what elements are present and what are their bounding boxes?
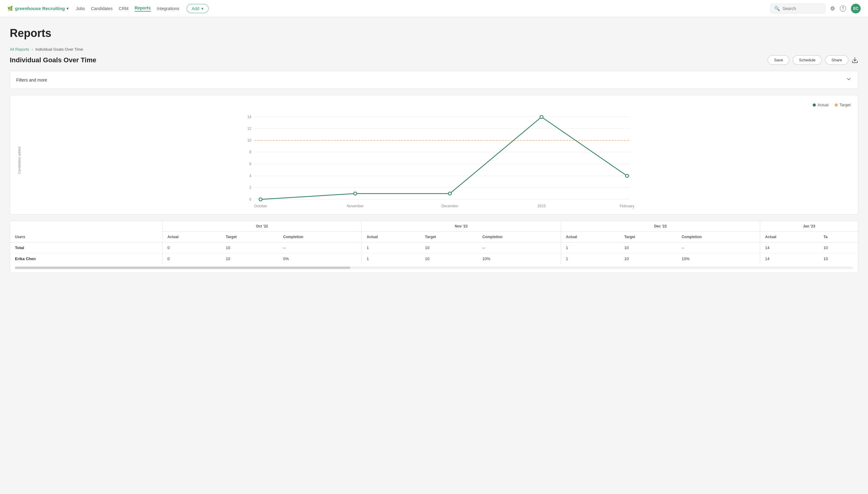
svg-text:2023: 2023 xyxy=(537,204,546,208)
breadcrumb-current: Individual Goals Over Time xyxy=(35,47,83,52)
svg-text:December: December xyxy=(441,204,458,208)
svg-point-18 xyxy=(259,198,262,201)
schedule-button[interactable]: Schedule xyxy=(793,55,822,65)
total-nov-actual: 1 xyxy=(362,243,420,253)
logo-text: greenhouse Recruiting xyxy=(15,6,65,11)
logo-leaf-icon: 🌿 xyxy=(7,6,13,11)
svg-point-19 xyxy=(354,192,357,195)
nov-target-header: Target xyxy=(420,232,478,243)
add-button[interactable]: Add ▾ xyxy=(187,4,209,13)
jan-header: Jan '23 xyxy=(760,221,858,232)
filters-bar[interactable]: Filters and more xyxy=(10,71,858,89)
erika-label: Erika Chen xyxy=(10,253,163,264)
data-table-container: Users Oct '22 Nov '22 Dec '22 Jan '23 Ac… xyxy=(10,221,858,273)
nav-right: 🔍 ⚙ ? EC xyxy=(770,4,861,14)
help-icon: ? xyxy=(840,5,846,12)
chart-area: Candidates added xyxy=(15,111,851,209)
page-title: Reports xyxy=(10,27,858,40)
scrollbar-track xyxy=(15,267,853,269)
legend-actual-label: Actual xyxy=(817,102,829,107)
table-scrollbar[interactable] xyxy=(10,264,858,273)
svg-text:February: February xyxy=(620,204,634,208)
nav-link-reports[interactable]: Reports xyxy=(135,5,151,12)
svg-text:14: 14 xyxy=(247,115,252,119)
filters-label: Filters and more xyxy=(16,78,47,82)
svg-text:2: 2 xyxy=(249,185,251,190)
scrollbar-thumb xyxy=(15,267,350,269)
logo: 🌿 greenhouse Recruiting ▾ xyxy=(7,6,69,11)
svg-text:6: 6 xyxy=(249,162,251,166)
legend-target: Target xyxy=(835,102,851,107)
oct-header: Oct '22 xyxy=(163,221,362,232)
add-button-label: Add xyxy=(192,6,200,11)
svg-point-21 xyxy=(540,115,543,118)
svg-text:8: 8 xyxy=(249,150,251,154)
table-row-erika: Erika Chen 0 10 0% 1 10 10% 1 10 10% 14 … xyxy=(10,253,858,264)
svg-text:10: 10 xyxy=(247,138,252,142)
search-input[interactable] xyxy=(782,6,819,11)
svg-text:12: 12 xyxy=(247,127,252,131)
svg-point-20 xyxy=(448,192,451,195)
dec-completion-header: Completion xyxy=(677,232,760,243)
total-oct-actual: 0 xyxy=(163,243,221,253)
report-title: Individual Goals Over Time xyxy=(10,56,96,64)
total-dec-actual: 1 xyxy=(561,243,619,253)
nav-link-candidates[interactable]: Candidates xyxy=(91,6,113,11)
y-axis-label: Candidates added xyxy=(17,147,21,174)
settings-button[interactable]: ⚙ xyxy=(830,5,835,12)
search-icon: 🔍 xyxy=(774,6,780,11)
main-nav: 🌿 greenhouse Recruiting ▾ Jobs Candidate… xyxy=(0,0,868,17)
table-row-total: Total 0 10 -- 1 10 -- 1 10 -- 14 10 xyxy=(10,243,858,253)
erika-nov-target: 10 xyxy=(420,253,478,264)
report-header: Individual Goals Over Time Save Schedule… xyxy=(10,55,858,65)
share-button[interactable]: Share xyxy=(825,55,848,65)
nav-dropdown-icon[interactable]: ▾ xyxy=(67,6,69,11)
search-bar[interactable]: 🔍 xyxy=(770,4,825,14)
data-table: Users Oct '22 Nov '22 Dec '22 Jan '23 Ac… xyxy=(10,221,858,264)
erika-jan-target: 10 xyxy=(818,253,858,264)
save-button[interactable]: Save xyxy=(768,55,790,65)
svg-text:4: 4 xyxy=(249,174,251,178)
legend-target-label: Target xyxy=(839,102,851,107)
erika-nov-completion: 10% xyxy=(477,253,561,264)
nov-actual-header: Actual xyxy=(362,232,420,243)
chart-container: Actual Target Candidates added xyxy=(10,95,858,215)
nav-links: Jobs Candidates CRM Reports Integrations xyxy=(76,5,179,12)
erika-dec-target: 10 xyxy=(619,253,677,264)
total-dec-target: 10 xyxy=(619,243,677,253)
dec-target-header: Target xyxy=(619,232,677,243)
svg-point-22 xyxy=(625,174,628,177)
users-col-header: Users xyxy=(10,221,163,243)
erika-jan-actual: 14 xyxy=(760,253,819,264)
help-button[interactable]: ? xyxy=(840,5,846,12)
nav-link-jobs[interactable]: Jobs xyxy=(76,6,85,11)
oct-completion-header: Completion xyxy=(278,232,362,243)
erika-oct-actual: 0 xyxy=(163,253,221,264)
avatar-text: EC xyxy=(853,6,858,11)
report-actions: Save Schedule Share xyxy=(768,55,858,65)
total-jan-target: 10 xyxy=(818,243,858,253)
chart-svg: 0 2 4 6 8 10 12 14 xyxy=(25,111,851,209)
avatar[interactable]: EC xyxy=(851,4,861,14)
nav-link-integrations[interactable]: Integrations xyxy=(157,6,179,11)
nov-completion-header: Completion xyxy=(477,232,561,243)
legend-actual: Actual xyxy=(813,102,829,107)
total-nov-target: 10 xyxy=(420,243,478,253)
erika-dec-actual: 1 xyxy=(561,253,619,264)
dec-header: Dec '22 xyxy=(561,221,760,232)
users-header-text: Users xyxy=(15,235,25,239)
dec-actual-header: Actual xyxy=(561,232,619,243)
total-nov-completion: -- xyxy=(477,243,561,253)
svg-text:0: 0 xyxy=(249,197,251,202)
total-oct-completion: -- xyxy=(278,243,362,253)
add-chevron-icon: ▾ xyxy=(201,6,203,11)
nav-link-crm[interactable]: CRM xyxy=(119,6,129,11)
erika-dec-completion: 10% xyxy=(677,253,760,264)
svg-text:November: November xyxy=(347,204,363,208)
total-jan-actual: 14 xyxy=(760,243,819,253)
download-button[interactable] xyxy=(851,57,858,63)
download-icon xyxy=(851,57,858,63)
breadcrumb-all-reports[interactable]: All Reports xyxy=(10,47,29,52)
chart-legend: Actual Target xyxy=(15,102,851,107)
jan-actual-header: Actual xyxy=(760,232,819,243)
